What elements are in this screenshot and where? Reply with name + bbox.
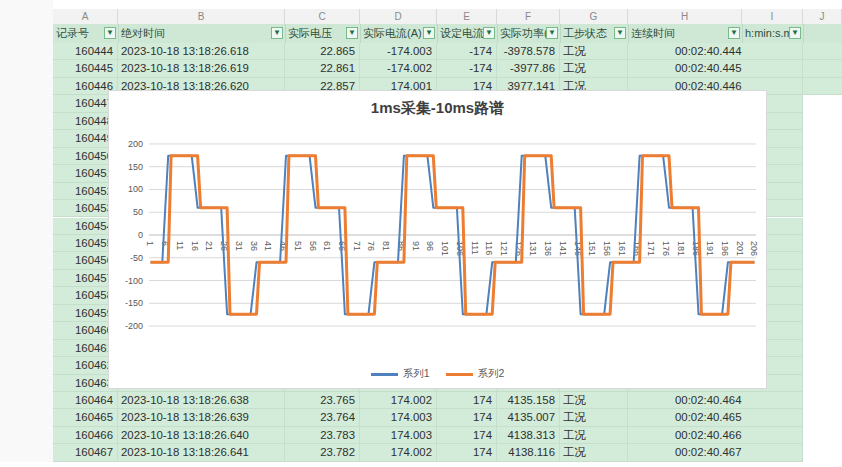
- column-letter-E[interactable]: E: [437, 9, 497, 24]
- x-axis-label: 121: [499, 241, 509, 256]
- header-cell-8[interactable]: h:min:s.m▼: [742, 24, 804, 43]
- filter-dropdown-icon[interactable]: ▼: [271, 27, 283, 39]
- empty-cell[interactable]: [742, 43, 803, 59]
- cell[interactable]: 工况: [560, 392, 628, 408]
- cell[interactable]: 23.782: [285, 444, 360, 460]
- filter-dropdown-icon[interactable]: ▼: [423, 27, 435, 39]
- cell[interactable]: 160444: [53, 43, 118, 59]
- cell[interactable]: 工况: [560, 60, 628, 76]
- cell[interactable]: 174: [437, 392, 497, 408]
- x-axis-label: 206: [749, 241, 759, 256]
- cell[interactable]: 00:02:40.444: [628, 43, 742, 59]
- filter-dropdown-icon[interactable]: ▼: [728, 27, 740, 39]
- filter-dropdown-icon[interactable]: ▼: [346, 27, 358, 39]
- cell[interactable]: 174.003: [360, 409, 437, 425]
- column-letter-C[interactable]: C: [285, 9, 360, 24]
- cell[interactable]: 工况: [560, 427, 628, 443]
- filter-dropdown-icon[interactable]: ▼: [614, 27, 626, 39]
- cell[interactable]: 工况: [560, 444, 628, 460]
- filter-dropdown-icon[interactable]: ▼: [483, 27, 495, 39]
- cell[interactable]: 2023-10-18 13:18:26.639: [118, 409, 285, 425]
- cell[interactable]: 160464: [53, 392, 118, 408]
- cell[interactable]: 23.764: [285, 409, 360, 425]
- column-letter-I[interactable]: I: [742, 9, 803, 24]
- empty-cell[interactable]: [742, 60, 803, 76]
- empty-cell[interactable]: [742, 392, 803, 408]
- x-axis-label: 16: [190, 241, 200, 251]
- cell[interactable]: 工况: [560, 409, 628, 425]
- header-cell-7[interactable]: 连续时间▼: [628, 24, 743, 43]
- x-axis-label: 201: [735, 241, 745, 256]
- cell[interactable]: 2023-10-18 13:18:26.618: [118, 43, 285, 59]
- cell[interactable]: -174: [437, 60, 497, 76]
- cell[interactable]: 22.861: [285, 60, 360, 76]
- cell[interactable]: 4138.313: [497, 427, 560, 443]
- x-axis-label: 51: [293, 241, 303, 251]
- cell[interactable]: 174.003: [360, 427, 437, 443]
- cell[interactable]: 174: [437, 444, 497, 460]
- header-cell-3[interactable]: 实际电流(A)▼: [360, 24, 438, 43]
- cell[interactable]: 00:02:40.467: [628, 444, 742, 460]
- plot-area: 200150100500-50-100-150-2001611162126313…: [109, 91, 768, 390]
- empty-cell[interactable]: [742, 409, 803, 425]
- x-axis-label: 1: [145, 241, 155, 246]
- cell[interactable]: 160466: [53, 427, 118, 443]
- cell[interactable]: 00:02:40.445: [628, 60, 742, 76]
- cell[interactable]: 174.002: [360, 444, 437, 460]
- filter-dropdown-icon[interactable]: ▼: [789, 27, 801, 39]
- cell[interactable]: 160467: [53, 444, 118, 460]
- cell[interactable]: -174.002: [360, 60, 437, 76]
- header-label: 设定电流(: [437, 27, 488, 39]
- column-letter-H[interactable]: H: [628, 9, 742, 24]
- x-axis-label: 156: [602, 241, 612, 256]
- header-cell-5[interactable]: 实际功率(W▼: [497, 24, 561, 43]
- header-cell-4[interactable]: 设定电流(▼: [437, 24, 498, 43]
- x-axis-label: 116: [484, 241, 494, 255]
- cell[interactable]: 2023-10-18 13:18:26.641: [118, 444, 285, 460]
- cell[interactable]: 174: [437, 409, 497, 425]
- cell[interactable]: 23.765: [285, 392, 360, 408]
- column-letter-J[interactable]: J: [803, 9, 842, 24]
- x-axis-label: 151: [587, 241, 597, 256]
- x-axis-label: 81: [381, 241, 391, 251]
- filter-dropdown-icon[interactable]: ▼: [546, 27, 558, 39]
- x-axis-label: 171: [646, 241, 656, 256]
- embedded-chart[interactable]: 1ms采集-10ms路谱 200150100500-50-100-150-200…: [108, 90, 767, 389]
- cell[interactable]: 174: [437, 427, 497, 443]
- cell[interactable]: 4135.007: [497, 409, 560, 425]
- cell[interactable]: -3977.86: [497, 60, 560, 76]
- header-cell-0[interactable]: 记录号▼: [53, 24, 119, 43]
- column-letter-B[interactable]: B: [118, 9, 285, 24]
- header-cell-2[interactable]: 实际电压▼: [285, 24, 361, 43]
- cell[interactable]: 23.783: [285, 427, 360, 443]
- x-axis-label: 91: [411, 241, 421, 251]
- column-letter-F[interactable]: F: [497, 9, 560, 24]
- column-letter-G[interactable]: G: [560, 9, 628, 24]
- cell[interactable]: 2023-10-18 13:18:26.619: [118, 60, 285, 76]
- column-letter-A[interactable]: A: [53, 9, 118, 24]
- column-letter-D[interactable]: D: [360, 9, 437, 24]
- cell[interactable]: 2023-10-18 13:18:26.638: [118, 392, 285, 408]
- x-axis-label: 61: [322, 241, 332, 251]
- cell[interactable]: 4138.116: [497, 444, 560, 460]
- cell[interactable]: 工况: [560, 43, 628, 59]
- empty-cell[interactable]: [742, 427, 803, 443]
- header-cell-1[interactable]: 绝对时间▼: [118, 24, 286, 43]
- y-axis-label: -200: [125, 321, 143, 331]
- cell[interactable]: 160465: [53, 409, 118, 425]
- cell[interactable]: 160445: [53, 60, 118, 76]
- cell[interactable]: -3978.578: [497, 43, 560, 59]
- cell[interactable]: -174: [437, 43, 497, 59]
- cell[interactable]: 00:02:40.465: [628, 409, 742, 425]
- header-cell-6[interactable]: 工步状态▼: [560, 24, 629, 43]
- cell[interactable]: 4135.158: [497, 392, 560, 408]
- cell[interactable]: 174.002: [360, 392, 437, 408]
- cell[interactable]: -174.003: [360, 43, 437, 59]
- y-axis-label: -150: [125, 298, 143, 308]
- filter-dropdown-icon[interactable]: ▼: [104, 27, 116, 39]
- empty-cell[interactable]: [742, 444, 803, 460]
- cell[interactable]: 00:02:40.464: [628, 392, 742, 408]
- cell[interactable]: 22.865: [285, 43, 360, 59]
- cell[interactable]: 2023-10-18 13:18:26.640: [118, 427, 285, 443]
- cell[interactable]: 00:02:40.466: [628, 427, 742, 443]
